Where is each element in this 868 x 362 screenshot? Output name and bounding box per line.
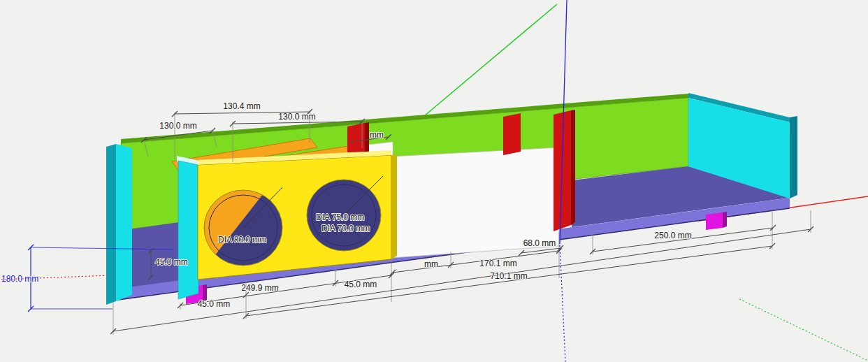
- dim-label-top-width-left[interactable]: 130.0 mm: [159, 121, 196, 131]
- dim-label-dia-inner[interactable]: DIA 70.0 mm: [321, 224, 370, 233]
- speaker-baffle-side-edge: [391, 154, 397, 259]
- foot-right[interactable]: [706, 212, 723, 230]
- floor-left-face[interactable]: [129, 222, 179, 288]
- dim-label-bottom-foot-offset[interactable]: 45.0 mm: [198, 299, 231, 309]
- dim-label-dia-left[interactable]: DIA 80.0 mm: [218, 235, 266, 245]
- inner-partition-cyan[interactable]: [178, 161, 198, 299]
- dim-label-top-partial[interactable]: mm: [370, 130, 384, 140]
- 3d-viewport[interactable]: 130.4 mm 130.0 mm 130.0 mm mm 180.0 mm 4…: [0, 0, 868, 362]
- dim-label-mid-chamber[interactable]: 170.1 mm: [479, 259, 516, 268]
- dim-label-bottom-divider-offset[interactable]: 45.0 mm: [345, 280, 377, 289]
- dim-label-dia-outer[interactable]: DIA 75.0 mm: [316, 212, 364, 222]
- divider-red-right-side: [571, 110, 575, 225]
- left-end-panel-side: [106, 144, 116, 305]
- dim-label-right-chamber[interactable]: 250.0 mm: [654, 231, 691, 240]
- divider-red-mid[interactable]: [503, 113, 521, 155]
- dim-label-bottom-partial[interactable]: mm: [424, 259, 438, 269]
- left-end-panel[interactable]: [116, 144, 132, 301]
- dim-label-overall-length[interactable]: 710.1 mm: [490, 271, 527, 281]
- right-end-panel-side: [790, 116, 797, 198]
- dim-label-bottom-chamber[interactable]: 249.9 mm: [241, 283, 278, 293]
- dim-label-gap[interactable]: 68.0 mm: [523, 238, 556, 248]
- foot-right-side: [723, 212, 727, 228]
- dim-label-overall-height[interactable]: 180.0 mm: [1, 274, 38, 284]
- dim-label-left-offset[interactable]: 45.0 mm: [155, 257, 188, 267]
- dim-label-top-width-b[interactable]: 130.0 mm: [278, 112, 315, 122]
- dim-label-top-width-a[interactable]: 130.4 mm: [223, 101, 260, 111]
